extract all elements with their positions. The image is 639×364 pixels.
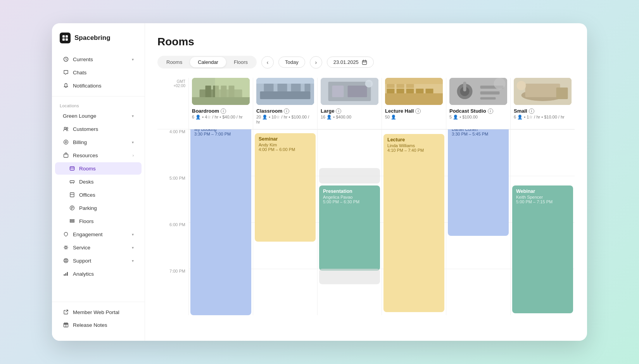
sidebar: Spacebring Currents ▾ Chats Notification… [52,23,145,341]
prev-button[interactable]: ‹ [261,56,274,69]
event-podcast-time: 3:30 PM – 5:45 PM [452,132,505,136]
sidebar-item-desks[interactable]: Desks [55,175,142,188]
event-podcast[interactable]: Podcast Recording Daniel Cohen 3:30 PM –… [448,118,509,236]
bell-icon [63,82,69,89]
room-info-small[interactable]: i [529,108,534,114]
svg-rect-51 [328,82,371,101]
room-info-boardroom[interactable]: i [221,108,226,114]
sidebar-item-customers[interactable]: Customers [55,123,142,135]
floors-label: Floors [79,218,94,224]
svg-rect-26 [66,273,67,276]
event-meeting[interactable]: Meeting My Booking 3:30 PM – 7:00 PM [190,118,251,315]
offices-label: Offices [79,192,95,198]
svg-rect-41 [192,97,250,105]
event-gray-bottom[interactable] [319,269,380,284]
event-lecture[interactable]: Lecture Linda Williams 4:10 PM – 7:40 PM [383,134,444,312]
notifications-label: Notifications [73,83,102,89]
engagement-label: Engagement [73,232,103,237]
sidebar-item-floors[interactable]: Floors [55,215,142,227]
sidebar-item-notifications[interactable]: Notifications [55,79,142,92]
green-lounge-label: Green Lounge [63,113,96,119]
next-button[interactable]: › [310,56,322,69]
event-presentation-time: 5:00 PM – 6:30 PM [323,199,376,204]
sidebar-item-service[interactable]: Service ▾ [55,241,142,254]
desks-icon [69,179,75,185]
svg-rect-58 [397,89,404,93]
view-tabs: Rooms Calendar Floors [157,56,257,69]
svg-rect-65 [385,78,443,84]
room-header-small: Small i 6 👤 • 1☆ / hr • $10.00 / hr [510,78,575,129]
sidebar-item-rooms[interactable]: Rooms [55,162,142,175]
tab-calendar[interactable]: Calendar [190,57,226,67]
svg-rect-56 [385,93,443,105]
room-info-classroom[interactable]: i [284,108,289,114]
tab-rooms[interactable]: Rooms [159,57,190,67]
event-gray-top[interactable] [319,168,380,184]
hour-line-classroom-4 [253,269,317,269]
customers-icon [63,126,69,132]
room-header-podcast: Podcast Studio i 5 👤 • $100.00 [446,78,510,129]
sidebar-item-parking[interactable]: Parking [55,202,142,214]
svg-rect-72 [480,97,496,100]
room-image-small [514,78,572,105]
sidebar-item-offices[interactable]: Offices [55,189,142,201]
sidebar-item-support[interactable]: Support ▾ [55,254,142,267]
room-name-text-large: Large [321,108,334,114]
event-meeting-time: 3:30 PM – 7:00 PM [194,132,247,136]
svg-rect-49 [256,78,314,84]
svg-rect-1 [62,35,65,38]
customers-label: Customers [73,126,98,132]
service-chevron: ▾ [132,246,134,250]
svg-rect-45 [264,84,274,91]
svg-point-73 [494,78,506,89]
sidebar-item-chats[interactable]: Chats [55,66,142,79]
room-info-lecture[interactable]: i [415,108,421,114]
room-info-large[interactable]: i [336,108,341,114]
sidebar-item-currents[interactable]: Currents ▾ [55,53,142,65]
svg-rect-37 [206,86,211,99]
service-icon [63,244,69,251]
support-chevron: ▾ [132,259,134,263]
svg-rect-40 [229,86,235,99]
hour-line-small-1 [511,129,575,130]
svg-point-6 [64,127,66,129]
room-image-lecture [385,78,443,105]
sidebar-item-resources[interactable]: Resources › [55,149,142,161]
date-picker[interactable]: 23.01.2025 [327,57,374,68]
analytics-label: Analytics [73,271,94,277]
svg-rect-77 [556,88,568,99]
svg-rect-43 [256,78,314,105]
svg-rect-10 [64,154,68,158]
analytics-icon [63,271,69,277]
column-large: Presentation Angelica Pavao 5:00 PM – 6:… [317,129,382,315]
tab-floors[interactable]: Floors [226,57,256,67]
sidebar-item-billing[interactable]: Billing ▾ [55,136,142,148]
time-label-600: 6:00 PM [157,222,188,269]
room-info-podcast[interactable]: i [488,108,493,114]
today-button[interactable]: Today [278,57,305,68]
room-header-lecture-hall: Lecture Hall i 50 👤 [382,78,446,129]
sidebar-item-release-notes[interactable]: Release Notes [55,319,142,331]
calendar-container: GMT +02:00 [157,78,575,341]
sidebar-item-member-portal[interactable]: Member Web Portal [55,306,142,318]
hour-line-classroom-1 [253,129,317,130]
event-webinar-time: 5:00 PM – 7:15 PM [516,199,569,204]
sidebar-item-analytics[interactable]: Analytics [55,268,142,280]
room-name-classroom: Classroom i [256,108,314,114]
room-meta-podcast: 5 👤 • $100.00 [449,115,507,120]
svg-rect-2 [66,35,68,38]
locations-label: Locations [52,100,145,110]
service-label: Service [73,245,90,251]
room-meta-lecture: 50 👤 [385,115,443,120]
sidebar-item-green-lounge[interactable]: Green Lounge ▾ [55,110,142,122]
sidebar-item-engagement[interactable]: Engagement ▾ [55,228,142,240]
rooms-icon [69,165,75,172]
hour-line-small-2 [511,176,575,176]
svg-rect-0 [60,33,71,43]
event-seminar[interactable]: Seminar Andy Kim 4:00 PM – 6:00 PM [255,133,316,242]
svg-rect-16 [70,193,74,197]
event-webinar[interactable]: Webinar Keith Spencer 5:00 PM – 7:15 PM [512,185,573,313]
desks-label: Desks [79,179,94,185]
event-presentation[interactable]: Presentation Angelica Pavao 5:00 PM – 6:… [319,185,380,271]
svg-point-68 [460,87,470,96]
